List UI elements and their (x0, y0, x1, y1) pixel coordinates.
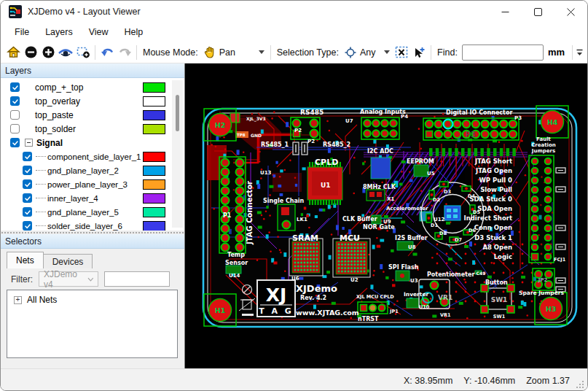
layer-row[interactable]: power_plane_layer_3 (1, 177, 184, 191)
zoom-out-button[interactable] (22, 44, 39, 61)
pcb-pad[interactable] (444, 131, 451, 138)
tab-devices[interactable]: Devices (44, 254, 93, 268)
layer-checkbox[interactable] (23, 193, 32, 203)
pcb-pad[interactable] (426, 131, 433, 138)
pcb-pad[interactable] (364, 130, 371, 137)
select-cursor-button[interactable] (410, 44, 428, 61)
pcb-pad[interactable] (435, 131, 442, 138)
pcb-pad[interactable] (364, 120, 371, 127)
pcb-pad[interactable] (222, 187, 230, 195)
layer-row[interactable]: Signal (1, 136, 184, 150)
pcb-pad[interactable] (222, 177, 230, 185)
pcb-pad[interactable] (236, 196, 244, 204)
undo-button[interactable] (98, 44, 116, 61)
close-button[interactable] (554, 1, 587, 23)
layer-row[interactable]: comp_+_top (1, 80, 184, 94)
tree-item-all-nets[interactable]: + All Nets (14, 295, 177, 305)
pcb-pad[interactable] (545, 225, 552, 231)
pcb-pad[interactable] (545, 177, 552, 184)
layer-checkbox[interactable] (10, 96, 20, 106)
layer-color-swatch[interactable] (143, 124, 165, 134)
pcb-pad[interactable] (426, 120, 433, 128)
maximize-button[interactable] (522, 1, 554, 23)
minimize-button[interactable] (489, 1, 522, 23)
pcb-pad[interactable] (490, 131, 498, 138)
layer-checkbox[interactable] (23, 221, 32, 231)
layer-color-swatch[interactable] (143, 96, 165, 107)
layer-row[interactable]: component_side_layer_1 (1, 150, 184, 163)
pcb-pad[interactable] (236, 215, 244, 223)
pcb-pad[interactable] (481, 131, 488, 138)
redo-button[interactable] (116, 44, 133, 61)
find-combobox[interactable] (462, 44, 544, 61)
menu-layers[interactable]: Layers (37, 24, 81, 40)
pcb-pad[interactable] (310, 120, 318, 128)
layer-color-swatch[interactable] (143, 179, 165, 190)
pcb-pad[interactable] (545, 206, 552, 212)
pcb-pad[interactable] (293, 120, 301, 128)
filter-input[interactable] (104, 271, 170, 287)
collapse-minus-icon[interactable] (25, 139, 33, 147)
selectors-panel-header[interactable]: Selectors (1, 234, 184, 249)
pcb-pad[interactable] (545, 158, 552, 165)
layer-color-swatch[interactable] (143, 152, 165, 162)
pcb-pad[interactable] (453, 131, 460, 138)
pcb-pad[interactable] (381, 120, 388, 127)
pcb-pad[interactable] (222, 168, 230, 176)
layer-color-swatch[interactable] (143, 221, 165, 231)
tab-nets[interactable]: Nets (7, 252, 44, 268)
pcb-pad[interactable] (532, 215, 538, 222)
layer-checkbox[interactable] (23, 166, 32, 175)
pcb-pad[interactable] (532, 254, 538, 260)
menu-help[interactable]: Help (117, 24, 152, 40)
resize-grip[interactable] (575, 379, 584, 389)
pcb-pad[interactable] (222, 196, 230, 204)
pcb-pad[interactable] (222, 159, 230, 167)
zoom-selection-button[interactable] (74, 44, 92, 61)
pcb-pad[interactable] (532, 168, 538, 174)
pcb-pad[interactable] (361, 305, 367, 311)
pcb-pad[interactable] (509, 120, 517, 128)
pcb-pad[interactable] (532, 177, 538, 184)
pcb-pad[interactable] (222, 234, 230, 242)
pcb-pad[interactable] (490, 120, 498, 128)
pcb-pad[interactable] (532, 225, 538, 231)
pcb-pad[interactable] (532, 196, 538, 203)
expand-plus-icon[interactable]: + (14, 296, 22, 304)
pcb-pad[interactable] (500, 120, 507, 128)
layer-row[interactable]: gnd_plane_layer_2 (1, 163, 184, 177)
pcb-pad[interactable] (372, 120, 380, 127)
pcb-pad[interactable] (236, 234, 244, 242)
pcb-pad[interactable] (532, 206, 538, 212)
pcb-pad[interactable] (509, 131, 517, 138)
pcb-pad[interactable] (222, 225, 230, 233)
layer-row[interactable]: top_solder (1, 122, 184, 136)
menu-view[interactable]: View (81, 24, 117, 40)
home-button[interactable] (4, 44, 22, 61)
pcb-pad[interactable] (236, 159, 244, 167)
layer-color-swatch[interactable] (143, 82, 165, 93)
layer-color-swatch[interactable] (143, 166, 165, 176)
pcb-pad[interactable] (435, 120, 442, 128)
clear-selection-button[interactable] (393, 44, 410, 61)
pcb-pad[interactable] (236, 177, 244, 185)
pcb-pad[interactable] (236, 168, 244, 176)
layer-checkbox[interactable] (10, 124, 20, 133)
layer-color-swatch[interactable] (143, 193, 165, 204)
pcb-pad[interactable] (390, 130, 397, 137)
pcb-pad[interactable] (453, 120, 460, 128)
layer-checkbox[interactable] (23, 207, 32, 217)
layer-checkbox[interactable] (23, 179, 32, 189)
pcb-pad[interactable] (481, 120, 488, 128)
pcb-pad[interactable] (236, 244, 244, 252)
pcb-viewport[interactable]: H2H4H1H3XJT A GRS485Analog InputsDigital… (185, 63, 588, 368)
pcb-canvas[interactable]: H2H4H1H3XJT A GRS485Analog InputsDigital… (185, 63, 588, 368)
layers-panel-header[interactable]: Layers (1, 63, 184, 78)
pcb-pad[interactable] (545, 215, 552, 222)
zoom-in-button[interactable] (39, 44, 57, 61)
pcb-pad[interactable] (372, 130, 380, 137)
layer-checkbox[interactable] (10, 110, 20, 120)
pcb-pad[interactable] (500, 131, 507, 138)
layer-row[interactable]: inner_layer_4 (1, 191, 184, 205)
pcb-pad[interactable] (545, 196, 552, 203)
